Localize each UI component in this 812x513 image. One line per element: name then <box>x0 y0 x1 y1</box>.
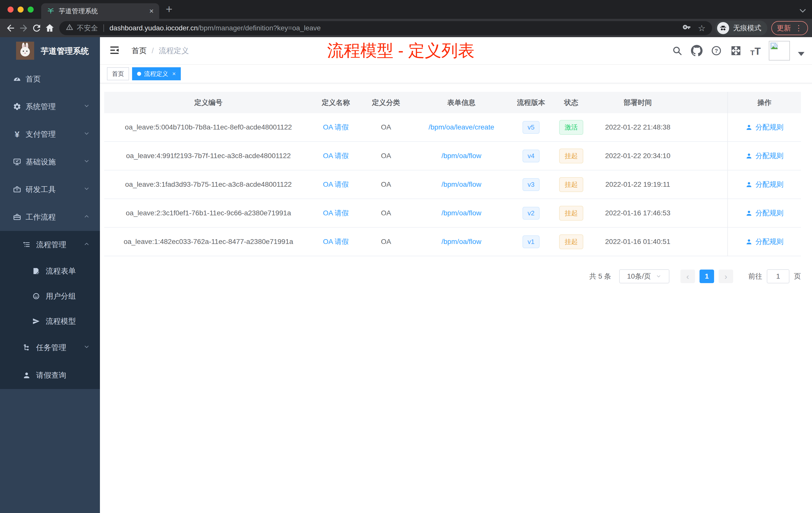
table-row: oa_leave:4:991f2193-7b7f-11ec-a3c8-acde4… <box>104 142 801 171</box>
avatar[interactable] <box>769 41 790 60</box>
sidebar-item-home[interactable]: 首页 <box>0 65 100 93</box>
column-header: 操作 <box>727 92 801 113</box>
browser-update-button[interactable]: 更新 ⋮ <box>771 21 808 35</box>
window-zoom-button[interactable] <box>28 6 34 12</box>
incognito-icon <box>717 22 729 34</box>
assign-rule-link[interactable]: 分配规则 <box>746 151 784 161</box>
definition-name-link[interactable]: OA 请假 <box>323 208 349 218</box>
assign-rule-link[interactable]: 分配规则 <box>746 180 784 189</box>
goto-page-input[interactable] <box>767 269 789 283</box>
assign-rule-link[interactable]: 分配规则 <box>746 122 784 132</box>
sidebar-item-process-management[interactable]: 流程管理 <box>0 231 100 259</box>
paper-plane-icon <box>32 317 41 326</box>
app-header: 首页 / 流程定义 流程模型 - 定义列表 ? TT <box>100 37 812 65</box>
sidebar-toggle-icon[interactable] <box>109 45 120 57</box>
sidebar-item-process-model[interactable]: 流程模型 <box>0 309 100 334</box>
password-key-icon[interactable] <box>683 23 692 33</box>
font-size-icon[interactable]: TT <box>749 44 762 57</box>
tag-home[interactable]: 首页 <box>107 67 129 80</box>
sidebar-item-system[interactable]: 系统管理 <box>0 93 100 120</box>
sidebar-item-label: 研发工具 <box>26 184 56 195</box>
status-badge: 挂起 <box>559 206 583 221</box>
tree-icon <box>22 343 31 352</box>
avatar-dropdown-caret-icon[interactable] <box>798 52 805 56</box>
tab-title: 芋道管理系统 <box>59 7 145 16</box>
monitor-icon <box>12 157 22 167</box>
gear-icon <box>12 102 22 111</box>
window-close-button[interactable] <box>7 6 13 12</box>
browser-menu-icon[interactable]: ⋮ <box>795 24 803 32</box>
tag-process-definition[interactable]: 流程定义 × <box>132 67 181 80</box>
sidebar-item-label: 流程模型 <box>46 316 76 327</box>
cell-definition-id: oa_leave:2:3c1f0ef1-76b1-11ec-9c66-a2380… <box>104 199 313 227</box>
back-icon[interactable] <box>4 22 17 35</box>
svg-text:?: ? <box>715 48 718 54</box>
sidebar-logo[interactable]: 芋道管理系统 <box>0 37 100 65</box>
sidebar-item-infrastructure[interactable]: 基础设施 <box>0 148 100 176</box>
sidebar-item-process-form[interactable]: 流程表单 <box>0 259 100 283</box>
definition-name-link[interactable]: OA 请假 <box>323 151 349 161</box>
reload-icon[interactable] <box>30 22 43 35</box>
search-icon[interactable] <box>671 44 684 57</box>
update-label: 更新 <box>777 23 791 33</box>
page-annotation: 流程模型 - 定义列表 <box>327 39 474 62</box>
chevron-up-icon <box>83 240 90 249</box>
tag-label: 流程定义 <box>144 70 168 78</box>
cell-category: OA <box>359 142 413 170</box>
page-1-button[interactable]: 1 <box>699 270 714 283</box>
face-icon <box>32 292 41 301</box>
form-link[interactable]: /bpm/oa/flow <box>441 238 481 246</box>
cell-definition-id: oa_leave:3:1fad3d93-7b75-11ec-a3c8-acde4… <box>104 171 313 199</box>
next-page-button[interactable]: › <box>719 270 733 283</box>
form-link[interactable]: /bpm/oa/flow <box>441 152 481 160</box>
page-size-select[interactable]: 10条/页 <box>619 269 669 283</box>
home-icon[interactable] <box>43 22 56 35</box>
sidebar-item-workflow[interactable]: 工作流程 <box>0 203 100 231</box>
browser-tab[interactable]: 芋道管理系统 × <box>41 3 159 19</box>
tag-close-icon[interactable]: × <box>172 70 176 77</box>
assign-rule-link[interactable]: 分配规则 <box>746 208 784 218</box>
definition-name-link[interactable]: OA 请假 <box>323 237 349 246</box>
prev-page-button[interactable]: ‹ <box>680 270 695 283</box>
sidebar-item-task-management[interactable]: 任务管理 <box>0 334 100 361</box>
bookmark-star-icon[interactable]: ☆ <box>698 23 705 33</box>
briefcase-icon <box>12 213 22 221</box>
sidebar-item-user-group[interactable]: 用户分组 <box>0 283 100 309</box>
chevron-up-icon <box>83 213 90 221</box>
table-row: oa_leave:3:1fad3d93-7b75-11ec-a3c8-acde4… <box>104 171 801 199</box>
definition-name-link[interactable]: OA 请假 <box>323 122 349 132</box>
forward-icon[interactable] <box>17 22 30 35</box>
definition-name-link[interactable]: OA 请假 <box>323 180 349 189</box>
sidebar-item-leave-query[interactable]: 请假查询 <box>0 361 100 389</box>
form-link[interactable]: /bpm/oa/leave/create <box>429 123 494 131</box>
tag-label: 首页 <box>112 70 124 78</box>
form-link[interactable]: /bpm/oa/flow <box>441 209 481 217</box>
tags-view-bar: 首页 流程定义 × <box>100 65 812 83</box>
browser-tabstrip: 芋道管理系统 × + <box>0 0 812 19</box>
tab-close-icon[interactable]: × <box>149 7 154 15</box>
sidebar-item-dev-tools[interactable]: 研发工具 <box>0 176 100 203</box>
pagination-total: 共 5 条 <box>589 272 611 281</box>
table-row: oa_leave:1:482ec033-762a-11ec-8477-a2380… <box>104 228 801 256</box>
workflow-submenu: 流程管理 流程表单 用户分组 流程模型 <box>0 231 100 389</box>
cell-definition-id: oa_leave:1:482ec033-762a-11ec-8477-a2380… <box>104 228 313 256</box>
version-badge: v2 <box>522 207 539 220</box>
table-row: oa_leave:5:004b710b-7b8a-11ec-8ef0-acde4… <box>104 113 801 142</box>
assign-rule-link[interactable]: 分配规则 <box>746 237 784 246</box>
github-icon[interactable] <box>691 44 703 57</box>
breadcrumb-home[interactable]: 首页 <box>132 46 147 56</box>
form-link[interactable]: /bpm/oa/flow <box>441 180 481 188</box>
new-tab-button[interactable]: + <box>166 1 173 17</box>
window-minimize-button[interactable] <box>18 6 24 12</box>
column-header: 定义分类 <box>359 92 413 113</box>
fullscreen-icon[interactable] <box>730 44 742 57</box>
tab-search-chevron-icon[interactable] <box>799 8 807 14</box>
cell-category: OA <box>359 228 413 256</box>
breadcrumb-separator: / <box>152 47 154 55</box>
page-content: 定义编号 定义名称 定义分类 表单信息 流程版本 状态 部署时间 操作 oa_l… <box>100 83 812 513</box>
address-bar[interactable]: 不安全 dashboard.yudao.iocoder.cn/bpm/manag… <box>59 21 712 35</box>
goto-label: 前往 <box>748 272 762 281</box>
help-icon[interactable]: ? <box>710 44 723 57</box>
sidebar-item-payment[interactable]: ¥ 支付管理 <box>0 120 100 148</box>
window-controls <box>0 0 41 19</box>
